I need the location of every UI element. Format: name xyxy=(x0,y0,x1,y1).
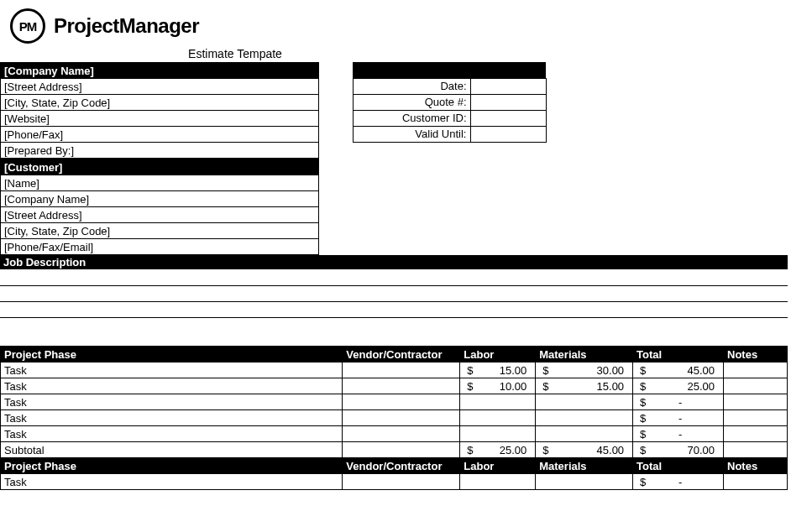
notes-cell[interactable] xyxy=(724,474,788,490)
vendor-cell[interactable] xyxy=(343,362,460,378)
task-cell[interactable]: Task xyxy=(1,474,343,490)
table-row: Task$- xyxy=(1,474,788,490)
notes-cell[interactable] xyxy=(724,410,788,426)
table-row: Task$- xyxy=(1,426,788,442)
total-cell: $- xyxy=(633,474,724,490)
col-total: Total xyxy=(633,458,724,474)
date-label: Date: xyxy=(353,78,470,94)
vendor-cell[interactable] xyxy=(343,426,460,442)
company-phone[interactable]: [Phone/Fax] xyxy=(1,127,319,143)
materials-cell[interactable] xyxy=(536,426,633,442)
customer-phone[interactable]: [Phone/Fax/Email] xyxy=(1,239,319,255)
labor-cell[interactable] xyxy=(460,426,536,442)
company-header: [Company Name] xyxy=(1,63,319,79)
materials-cell[interactable] xyxy=(536,394,633,410)
quote-details: Date: Quote #: Customer ID: Valid Until: xyxy=(319,62,547,143)
col-vendor: Vendor/Contractor xyxy=(343,458,460,474)
total-cell: $- xyxy=(633,410,724,426)
materials-cell[interactable] xyxy=(536,410,633,426)
company-website[interactable]: [Website] xyxy=(1,111,319,127)
company-block: [Company Name] [Street Address] [City, S… xyxy=(0,62,319,159)
job-description-header: Job Description xyxy=(0,255,788,269)
quote-value[interactable] xyxy=(470,94,546,110)
customer-block: [Customer] [Name] [Company Name] [Street… xyxy=(0,159,319,255)
subtotal-row: Subtotal $25.00 $45.00 $70.00 xyxy=(1,442,788,458)
task-cell[interactable]: Task xyxy=(1,362,343,378)
task-cell[interactable]: Task xyxy=(1,394,343,410)
job-line[interactable] xyxy=(0,301,788,317)
labor-cell[interactable]: $10.00 xyxy=(460,378,536,394)
col-labor: Labor xyxy=(460,347,536,362)
labor-cell[interactable] xyxy=(460,394,536,410)
vendor-cell[interactable] xyxy=(343,378,460,394)
labor-cell[interactable] xyxy=(460,410,536,426)
col-labor: Labor xyxy=(460,458,536,474)
document-title: Estimate Tempate xyxy=(0,47,470,60)
customer-name[interactable]: [Name] xyxy=(1,175,319,191)
brand-header: PM ProjectManager xyxy=(0,0,791,44)
company-preparedby[interactable]: [Prepared By:] xyxy=(1,143,319,159)
col-vendor: Vendor/Contractor xyxy=(343,347,460,362)
total-cell: $25.00 xyxy=(633,378,724,394)
validuntil-value[interactable] xyxy=(470,126,546,142)
customer-header: [Customer] xyxy=(1,159,319,175)
brand-name: ProjectManager xyxy=(54,14,199,38)
customer-citystate[interactable]: [City, State, Zip Code] xyxy=(1,223,319,239)
subtotal-label: Subtotal xyxy=(1,442,343,458)
table-row: Task$15.00$30.00$45.00 xyxy=(1,362,788,378)
total-cell: $45.00 xyxy=(633,362,724,378)
phase1-header-row: Project Phase Vendor/Contractor Labor Ma… xyxy=(1,347,788,362)
col-materials: Materials xyxy=(536,458,633,474)
vendor-cell[interactable] xyxy=(343,474,460,490)
vendor-cell[interactable] xyxy=(343,410,460,426)
subtotal-total: $70.00 xyxy=(633,442,724,458)
validuntil-label: Valid Until: xyxy=(353,126,470,142)
col-notes: Notes xyxy=(724,347,788,362)
company-citystate[interactable]: [City, State, Zip Code] xyxy=(1,95,319,111)
total-cell: $- xyxy=(633,394,724,410)
quote-label: Quote #: xyxy=(353,94,470,110)
table-row: Task$10.00$15.00$25.00 xyxy=(1,378,788,394)
company-street[interactable]: [Street Address] xyxy=(1,79,319,95)
subtotal-materials: $45.00 xyxy=(536,442,633,458)
materials-cell[interactable]: $15.00 xyxy=(536,378,633,394)
notes-cell[interactable] xyxy=(724,426,788,442)
phase2-header-row: Project Phase Vendor/Contractor Labor Ma… xyxy=(1,458,788,474)
logo-icon: PM xyxy=(10,8,45,44)
col-phase: Project Phase xyxy=(1,458,343,474)
phase-table-1: Project Phase Vendor/Contractor Labor Ma… xyxy=(0,346,788,490)
customer-company[interactable]: [Company Name] xyxy=(1,191,319,207)
task-cell[interactable]: Task xyxy=(1,410,343,426)
total-cell: $- xyxy=(633,426,724,442)
materials-cell[interactable] xyxy=(536,474,633,490)
job-description-lines xyxy=(0,269,788,346)
task-cell[interactable]: Task xyxy=(1,378,343,394)
col-materials: Materials xyxy=(536,347,633,362)
customerid-value[interactable] xyxy=(470,110,546,126)
table-row: Task$- xyxy=(1,410,788,426)
notes-cell[interactable] xyxy=(724,394,788,410)
notes-cell[interactable] xyxy=(724,378,788,394)
customerid-label: Customer ID: xyxy=(353,110,470,126)
labor-cell[interactable]: $15.00 xyxy=(460,362,536,378)
job-line[interactable] xyxy=(0,285,788,301)
job-line[interactable] xyxy=(0,269,788,285)
date-value[interactable] xyxy=(470,78,546,94)
col-phase: Project Phase xyxy=(1,347,343,362)
vendor-cell[interactable] xyxy=(343,394,460,410)
table-row: Task$- xyxy=(1,394,788,410)
col-notes: Notes xyxy=(724,458,788,474)
subtotal-labor: $25.00 xyxy=(460,442,536,458)
labor-cell[interactable] xyxy=(460,474,536,490)
materials-cell[interactable]: $30.00 xyxy=(536,362,633,378)
task-cell[interactable]: Task xyxy=(1,426,343,442)
customer-street[interactable]: [Street Address] xyxy=(1,207,319,223)
notes-cell[interactable] xyxy=(724,362,788,378)
logo-abbr: PM xyxy=(19,19,37,34)
col-total: Total xyxy=(633,347,724,362)
